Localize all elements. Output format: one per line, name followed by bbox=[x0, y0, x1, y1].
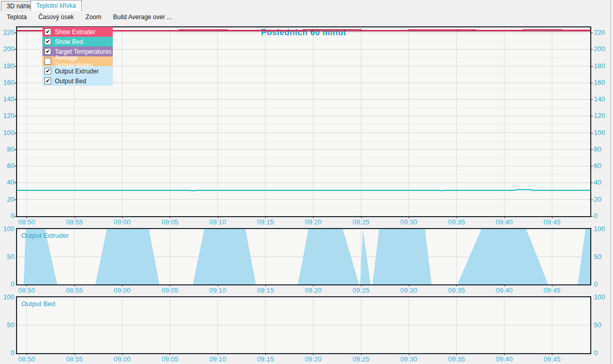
x-axis-label: 09:30 bbox=[397, 218, 421, 226]
y-axis-label-left: 0 bbox=[0, 280, 14, 288]
tab-strip: 3D náhled Teplotní křivka bbox=[0, 0, 610, 11]
x-axis-label: 09:15 bbox=[253, 218, 277, 226]
x-axis-label: 09:20 bbox=[301, 355, 325, 363]
menu-item-temperature[interactable]: Teplota bbox=[2, 11, 32, 23]
y-axis-label-right: 100 bbox=[594, 293, 611, 301]
Output Extruder-grid bbox=[17, 229, 590, 284]
y-axis-label-left: 60 bbox=[0, 162, 14, 170]
x-axis-label: 09:45 bbox=[540, 355, 564, 363]
axis-tick-label bbox=[591, 49, 593, 50]
output-area-shape bbox=[95, 229, 159, 284]
y-axis-label-left: 0 bbox=[0, 212, 14, 220]
axis-tick-label bbox=[14, 116, 16, 116]
output-bed-plot: Output Bed bbox=[16, 296, 591, 354]
x-axis-label: 08:55 bbox=[63, 355, 86, 363]
x-axis-label: 08:50 bbox=[14, 355, 38, 363]
y-axis-label-right: 200 bbox=[594, 45, 611, 53]
menu-bar: Teplota Časový úsek Zoom Build Average o… bbox=[0, 11, 610, 24]
axis-tick-label bbox=[552, 353, 552, 355]
axis-tick-label bbox=[552, 216, 552, 218]
legend-item-average-temperatures[interactable]: Average Temperatures bbox=[42, 56, 113, 66]
axis-tick-label bbox=[26, 353, 27, 355]
output-bed-chart-label: Output Bed bbox=[21, 300, 55, 308]
y-axis-label-right: 20 bbox=[594, 195, 611, 203]
axis-tick-label bbox=[313, 216, 313, 218]
checkbox-checked-icon[interactable]: ✔ bbox=[44, 48, 51, 55]
axis-tick-label bbox=[74, 284, 75, 286]
x-axis-label: 08:50 bbox=[14, 286, 38, 294]
checkbox-checked-icon[interactable]: ✔ bbox=[44, 78, 51, 84]
x-axis-label: 09:25 bbox=[349, 218, 373, 226]
tab-temperature-curve[interactable]: Teplotní křivka bbox=[31, 0, 82, 11]
x-axis-label: 09:05 bbox=[158, 218, 182, 226]
y-axis-label-right: 220 bbox=[594, 28, 611, 36]
x-axis-label: 09:40 bbox=[492, 355, 516, 363]
y-axis-label-right: 100 bbox=[594, 225, 611, 233]
axis-tick-label bbox=[591, 33, 593, 33]
y-axis-label-right: 120 bbox=[594, 112, 611, 119]
x-axis-label: 09:45 bbox=[540, 218, 564, 226]
axis-tick-label bbox=[14, 183, 16, 183]
x-axis-label: 09:40 bbox=[492, 218, 516, 226]
legend-item-show-extruder[interactable]: ✔Show Extruder bbox=[42, 27, 113, 37]
axis-tick-label bbox=[14, 149, 16, 150]
checkbox-checked-icon[interactable]: ✔ bbox=[44, 28, 51, 35]
axis-tick-label bbox=[591, 183, 593, 183]
legend-item-show-bed[interactable]: ✔Show Bed bbox=[42, 37, 113, 47]
axis-tick-label bbox=[14, 133, 16, 133]
menu-item-build-average[interactable]: Build Average over ... bbox=[108, 11, 176, 23]
y-axis-label-left: 40 bbox=[0, 178, 14, 186]
axis-tick-label bbox=[313, 353, 313, 355]
axis-tick-label bbox=[14, 166, 16, 166]
output-extruder-chart-label: Output Extruder bbox=[21, 232, 69, 239]
y-axis-label-right: 160 bbox=[594, 79, 611, 86]
y-axis-label-left: 80 bbox=[0, 145, 14, 153]
y-axis-label-right: 0 bbox=[594, 212, 611, 220]
legend-item-label: Output Bed bbox=[55, 78, 86, 85]
axis-tick-label bbox=[591, 83, 593, 83]
y-axis-label-right: 180 bbox=[594, 62, 611, 70]
checkbox-checked-icon[interactable]: ✔ bbox=[44, 38, 51, 45]
legend-item-label: Show Extruder bbox=[55, 28, 96, 36]
y-axis-label-right: 140 bbox=[594, 95, 611, 103]
axis-tick-label bbox=[218, 284, 218, 286]
axis-tick-label bbox=[591, 200, 593, 200]
x-axis-label: 09:00 bbox=[110, 286, 134, 294]
output-area-shape bbox=[578, 229, 590, 284]
y-axis-label-left: 200 bbox=[0, 45, 14, 53]
axis-tick-label bbox=[504, 216, 505, 218]
checkbox-unchecked-icon[interactable] bbox=[44, 58, 51, 65]
axis-tick-label bbox=[14, 66, 16, 67]
axis-tick-label bbox=[170, 216, 170, 218]
axis-tick-label bbox=[591, 116, 593, 116]
legend-item-output-bed[interactable]: ✔Output Bed bbox=[42, 76, 113, 86]
axis-tick-label bbox=[409, 216, 409, 218]
x-axis-label: 09:30 bbox=[397, 286, 421, 294]
y-axis-label-left: 120 bbox=[0, 112, 14, 119]
axis-tick-label bbox=[361, 353, 362, 355]
x-axis-label: 09:00 bbox=[110, 355, 134, 363]
axis-tick-label bbox=[14, 200, 16, 200]
checkbox-checked-icon[interactable]: ✔ bbox=[44, 68, 51, 74]
axis-tick-label bbox=[14, 33, 16, 33]
axis-tick-label bbox=[74, 353, 75, 355]
x-axis-label: 08:55 bbox=[63, 286, 86, 294]
y-axis-label-right: 50 bbox=[594, 321, 611, 329]
x-axis-label: 09:15 bbox=[253, 286, 277, 294]
menu-item-zoom[interactable]: Zoom bbox=[81, 11, 106, 23]
y-axis-label-right: 40 bbox=[594, 178, 611, 186]
menu-item-time-period[interactable]: Časový úsek bbox=[34, 11, 79, 23]
Output Bed-grid bbox=[17, 297, 590, 353]
x-axis-label: 09:45 bbox=[540, 286, 564, 294]
y-axis-label-left: 100 bbox=[0, 293, 14, 301]
axis-tick-label bbox=[591, 149, 593, 150]
axis-tick-label bbox=[313, 284, 313, 286]
x-axis-label: 09:15 bbox=[253, 355, 277, 363]
axis-tick-label bbox=[122, 353, 123, 355]
axis-tick-label bbox=[265, 353, 266, 355]
y-axis-label-right: 0 bbox=[594, 349, 611, 357]
axis-tick-label bbox=[409, 353, 409, 355]
y-axis-label-right: 60 bbox=[594, 162, 611, 170]
series-bed-temperature bbox=[17, 190, 590, 191]
x-axis-label: 09:10 bbox=[206, 218, 230, 226]
